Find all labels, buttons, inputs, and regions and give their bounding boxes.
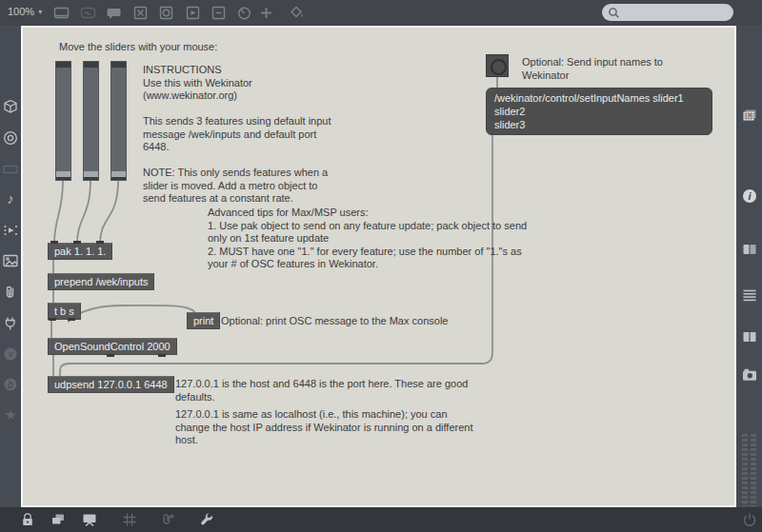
paperclip-plus-icon <box>159 511 176 528</box>
slider-track-bottom <box>84 177 98 180</box>
object-pak[interactable]: pak 1. 1. 1. <box>48 243 112 260</box>
new-comment-tool[interactable] <box>106 5 122 21</box>
cord-slider2-pak <box>77 181 90 244</box>
bottom-toolbar <box>0 507 762 532</box>
music-note-icon[interactable]: ♪ <box>2 190 19 207</box>
book-icon[interactable] <box>741 328 758 345</box>
list-icon[interactable] <box>741 286 758 304</box>
wrench-icon[interactable] <box>198 511 215 528</box>
cord-slider3-pak <box>100 181 118 244</box>
comment-advanced-tips: Advanced tips for Max/MSP users: 1. Use … <box>208 207 527 271</box>
comment-udp-defaults: 127.0.0.1 is the host and 6448 is the po… <box>175 378 468 404</box>
sidebar-pages-icon[interactable] <box>741 241 758 258</box>
v-badge-icon: v <box>2 345 19 363</box>
target-icon[interactable] <box>2 129 19 147</box>
pak-inlet-3 <box>96 241 104 244</box>
slider-1[interactable] <box>55 61 71 181</box>
zoom-level-control[interactable]: 100% ▾ <box>8 6 42 17</box>
slider-track <box>111 68 126 171</box>
object-opensoundcontrol[interactable]: OpenSoundControl 2000 <box>48 338 177 355</box>
message-set-input-names[interactable]: /wekinator/control/setInputNames slider1… <box>486 88 712 135</box>
right-sidebar: i <box>736 26 762 507</box>
new-toggle-tool[interactable] <box>132 5 149 21</box>
slider-3[interactable] <box>110 61 127 181</box>
paint-mode-tool[interactable] <box>289 5 305 21</box>
star-icon: ★ <box>2 406 19 424</box>
level-meters <box>742 434 757 506</box>
cord-slider1-pak <box>54 181 63 244</box>
svg-text:v: v <box>9 349 13 359</box>
slider-track-bottom <box>56 177 70 180</box>
slider-2[interactable] <box>83 61 99 181</box>
plug-icon[interactable] <box>2 315 19 332</box>
new-button-tool[interactable] <box>158 5 174 21</box>
svg-text:b: b <box>8 380 13 390</box>
rectangle-icon <box>2 161 19 178</box>
new-playbar-tool[interactable] <box>185 5 201 21</box>
left-sidebar: ♪ v b ★ <box>0 26 21 507</box>
comment-print-note: Optional: print OSC message to the Max c… <box>221 315 448 328</box>
pak-inlet-1 <box>50 241 58 244</box>
new-dial-tool[interactable] <box>236 5 252 21</box>
slider-track <box>56 68 70 171</box>
comment-instructions: INSTRUCTIONS Use this with Wekinator (ww… <box>143 64 331 206</box>
trigger-outlet-b <box>49 318 56 321</box>
image-icon[interactable] <box>2 252 19 269</box>
osc-outlet-1 <box>107 354 114 357</box>
cord-tbs-print <box>69 305 195 322</box>
zoom-dropdown-caret: ▾ <box>38 8 42 16</box>
zoom-level-value: 100% <box>8 6 34 17</box>
pak-inlet-2 <box>73 241 81 244</box>
paperclip-icon[interactable] <box>2 284 19 301</box>
meter-right <box>751 434 756 506</box>
comment-move-sliders: Move the sliders with your mouse: <box>59 41 217 54</box>
max-patcher-window: { "topbar": { "zoom_label": "100%", "zoo… <box>0 0 762 532</box>
grid-icon <box>121 511 138 528</box>
presentation-icon[interactable] <box>81 511 98 528</box>
cube-icon[interactable] <box>2 98 19 115</box>
slider-track <box>84 68 98 171</box>
playlist-icon[interactable] <box>2 222 19 239</box>
camera-icon[interactable] <box>741 366 758 384</box>
info-icon[interactable]: i <box>741 187 758 205</box>
top-toolbar: 100% ▾ <box>0 0 762 26</box>
search-box[interactable] <box>602 4 733 21</box>
new-object-tool[interactable] <box>53 5 70 21</box>
grid-palette-icon[interactable] <box>741 108 758 125</box>
bang-button[interactable] <box>486 54 509 77</box>
search-icon <box>608 7 620 19</box>
new-message-tool[interactable] <box>80 5 96 21</box>
search-input[interactable] <box>620 6 724 19</box>
lock-icon[interactable] <box>19 511 36 528</box>
comment-udp-localhost: 127.0.0.1 is same as localhost (i.e., th… <box>175 408 472 447</box>
trigger-outlet-s <box>68 318 75 321</box>
bang-circle <box>491 59 507 75</box>
power-icon[interactable] <box>741 511 758 528</box>
object-udpsend[interactable]: udpsend 127.0.0.1 6448 <box>48 376 174 393</box>
object-print[interactable]: print <box>187 312 220 329</box>
new-number-box-tool[interactable] <box>211 5 227 21</box>
patcher-canvas: Move the sliders with your mouse: INSTRU… <box>21 26 736 507</box>
layers-icon[interactable] <box>50 511 67 528</box>
slider-track-bottom <box>111 177 126 180</box>
comment-send-names: Optional: Send input names to Wekinator <box>522 56 663 82</box>
meter-left <box>742 434 748 506</box>
add-object-tool[interactable] <box>258 5 274 21</box>
osc-outlet-2 <box>158 354 166 357</box>
object-prepend[interactable]: prepend /wek/inputs <box>48 273 154 290</box>
b-badge-icon: b <box>2 376 19 393</box>
